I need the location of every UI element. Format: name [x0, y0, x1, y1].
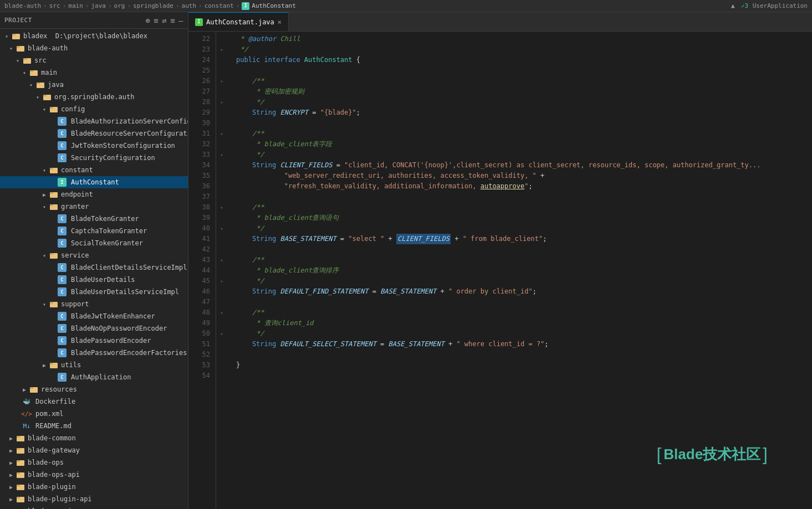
editor-area: I AuthConstant.java × 22 23 24 25 26 27 …	[188, 12, 812, 509]
code-line-48: /**	[236, 307, 812, 318]
breadcrumb-bar: blade-auth › src › main › java › org › s…	[0, 0, 812, 12]
tree-item-support[interactable]: ▾ support	[0, 298, 188, 310]
navigate-up-icon[interactable]: ▲	[731, 2, 735, 9]
tree-label-utils: utils	[61, 361, 81, 369]
tree-item-blade-plugin[interactable]: ▶ blade-plugin	[0, 481, 188, 493]
fold-43[interactable]: ▾	[216, 255, 227, 265]
tree-item-security-config[interactable]: C SecurityConfiguration	[0, 152, 188, 164]
tree-item-blade-auth[interactable]: ▾ blade-auth	[0, 42, 188, 54]
folder-icon-bladex	[11, 31, 21, 41]
tree-item-readme[interactable]: M↓ README.md	[0, 420, 188, 432]
code-line-46: String DEFAULT_FIND_STATEMENT = BASE_STA…	[236, 286, 812, 297]
code-line-47	[236, 297, 812, 307]
tree-item-blade-gateway[interactable]: ▶ blade-gateway	[0, 444, 188, 456]
breadcrumb-constant[interactable]: constant	[205, 2, 234, 9]
tree-item-blade-pw-encoder[interactable]: C BladePasswordEncoder	[0, 335, 188, 347]
breadcrumb-springblade[interactable]: springblade	[133, 2, 173, 9]
fold-23[interactable]: ▾	[216, 44, 227, 55]
tree-item-blade-service[interactable]: ▶ blade-service	[0, 505, 188, 509]
tree-label-pom: pom.xml	[35, 410, 64, 418]
sidebar-icon-collapse[interactable]: —	[178, 16, 183, 25]
tree-item-bladex[interactable]: ▾ bladex D:\project\blade\bladex	[0, 30, 188, 42]
code-content[interactable]: * @author Chill */ public interface Auth…	[227, 32, 812, 509]
folder-icon-constant	[49, 165, 59, 175]
fold-45[interactable]: ▾	[216, 276, 227, 286]
tree-item-main[interactable]: ▾ main	[0, 66, 188, 79]
tree-item-blade-jwt-enhancer[interactable]: C BladeJwtTokenEnhancer	[0, 310, 188, 322]
tree-label-src: src	[34, 56, 47, 64]
folder-icon-resources	[29, 384, 39, 394]
arrow-blade-plugin: ▶	[7, 484, 16, 490]
tree-item-config[interactable]: ▾ config	[0, 103, 188, 115]
tree-item-java[interactable]: ▾ java	[0, 79, 188, 91]
svg-rect-31	[17, 448, 20, 450]
tree-item-constant[interactable]: ▾ constant	[0, 164, 188, 176]
arrow-constant: ▾	[40, 167, 49, 173]
user-application-link[interactable]: UserApplication	[753, 2, 808, 9]
code-editor: 22 23 24 25 26 27 28 29 30 31 32 33 34 3…	[188, 32, 812, 509]
breadcrumb-auth-constant[interactable]: AuthConstant	[252, 2, 295, 9]
tree-item-service[interactable]: ▾ service	[0, 249, 188, 261]
tree-item-auth-constant[interactable]: I AuthConstant	[0, 176, 188, 188]
breadcrumb-src[interactable]: src	[49, 2, 60, 9]
tree-item-blade-noop-encoder[interactable]: C BladeNoOpPasswordEncoder	[0, 322, 188, 335]
sidebar-icon-swap[interactable]: ⇄	[162, 16, 167, 25]
fold-48[interactable]: ▾	[216, 307, 227, 318]
fold-26[interactable]: ▾	[216, 76, 227, 86]
tree-item-blade-plugin-api[interactable]: ▶ blade-plugin-api	[0, 493, 188, 505]
tree-item-blade-ops-api[interactable]: ▶ blade-ops-api	[0, 469, 188, 481]
tree-item-src[interactable]: ▾ src	[0, 54, 188, 66]
fold-28[interactable]: ▾	[216, 97, 227, 107]
breadcrumb-blade-auth[interactable]: blade-auth	[4, 2, 41, 9]
tree-item-jwt-token[interactable]: C JwtTokenStoreConfiguration	[0, 140, 188, 152]
svg-rect-33	[17, 460, 20, 462]
tree-item-auth-application[interactable]: C AuthApplication	[0, 371, 188, 383]
fold-31[interactable]: ▾	[216, 128, 227, 139]
folder-icon-blade-plugin-api	[16, 494, 25, 504]
docker-icon: 🐳	[22, 397, 31, 407]
tree-item-blade-ops[interactable]: ▶ blade-ops	[0, 456, 188, 469]
tree-item-blade-client-details[interactable]: C BladeClientDetailsServiceImpl	[0, 261, 188, 274]
fold-40[interactable]: ▾	[216, 223, 227, 234]
tree-item-pom[interactable]: ≺/≻ pom.xml	[0, 408, 188, 420]
tree-item-dockerfile[interactable]: 🐳 Dockerfile	[0, 395, 188, 408]
tree-item-utils[interactable]: ▶ utils	[0, 359, 188, 371]
tree-item-blade-auth-server-config[interactable]: C BladeAuthorizationServerConfiguratio..…	[0, 115, 188, 127]
code-line-38: /**	[236, 202, 812, 213]
tree-item-resources[interactable]: ▶ resources	[0, 383, 188, 395]
tree-item-blade-common[interactable]: ▶ blade-common	[0, 432, 188, 444]
sidebar: Project ⊕ ≡ ⇄ ≡ — ▾ bladex D:\project\bl…	[0, 12, 188, 509]
tree-item-endpoint[interactable]: ▶ endpoint	[0, 188, 188, 200]
fold-50[interactable]: ▾	[216, 328, 227, 339]
tree-item-package[interactable]: ▾ org.springblade.auth	[0, 91, 188, 103]
breadcrumb-auth[interactable]: auth	[182, 2, 197, 9]
tree-item-blade-token-granter[interactable]: C BladeTokenGranter	[0, 213, 188, 225]
svg-rect-1	[12, 34, 16, 35]
sidebar-icon-add[interactable]: ⊕	[145, 16, 150, 25]
tree-label-auth-constant: AuthConstant	[71, 178, 119, 186]
breadcrumb-main[interactable]: main	[68, 2, 83, 9]
breadcrumb-java[interactable]: java	[91, 2, 106, 9]
tree-label-bladex: bladex D:\project\blade\bladex	[23, 32, 147, 40]
tree-label-resources: resources	[41, 385, 77, 393]
code-line-32: * blade_client表字段	[236, 139, 812, 150]
fold-38[interactable]: ▾	[216, 202, 227, 213]
class-icon-blade-user-details: C	[58, 275, 67, 284]
class-icon-blade-jwt-enhancer: C	[58, 312, 67, 321]
fold-33[interactable]: ▾	[216, 150, 227, 160]
code-line-42	[236, 244, 812, 255]
breadcrumb-org[interactable]: org	[114, 2, 125, 9]
tab-close-auth-constant[interactable]: ×	[278, 18, 282, 26]
tree-item-social-token-granter[interactable]: C SocialTokenGranter	[0, 237, 188, 249]
tree-item-captcha-token-granter[interactable]: C CaptchaTokenGranter	[0, 225, 188, 237]
tree-item-blade-resource-server[interactable]: C BladeResourceServerConfiguration	[0, 127, 188, 140]
sidebar-icon-list[interactable]: ≡	[154, 16, 159, 25]
tree-item-blade-user-details-service[interactable]: C BladeUserDetailsServiceImpl	[0, 286, 188, 298]
sidebar-header: Project ⊕ ≡ ⇄ ≡ —	[0, 12, 188, 29]
code-line-22: * @author Chill	[236, 34, 812, 44]
tree-item-granter[interactable]: ▾ granter	[0, 200, 188, 213]
tab-auth-constant[interactable]: I AuthConstant.java ×	[188, 12, 289, 32]
tree-item-blade-user-details[interactable]: C BladeUserDetails	[0, 274, 188, 286]
sidebar-icon-menu[interactable]: ≡	[170, 16, 175, 25]
tree-item-blade-pw-factories[interactable]: C BladePasswordEncoderFactories	[0, 347, 188, 359]
